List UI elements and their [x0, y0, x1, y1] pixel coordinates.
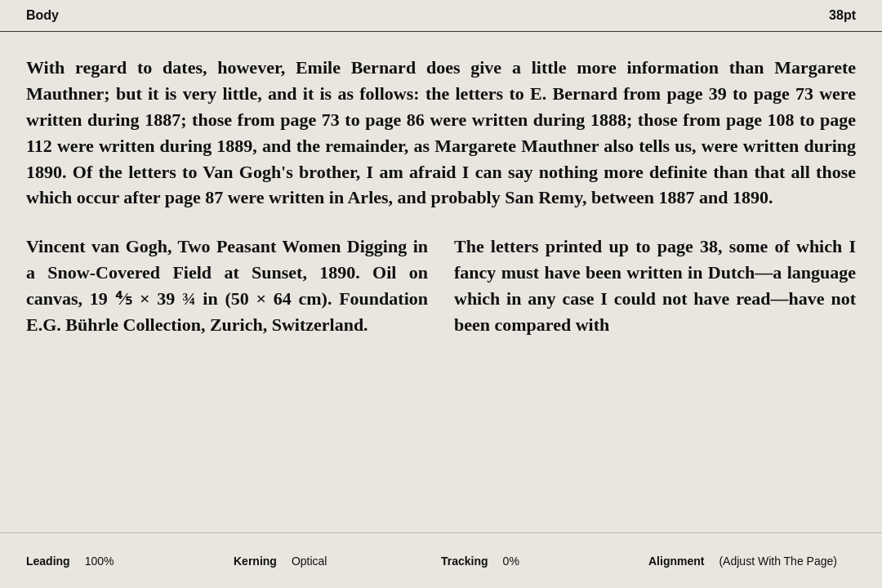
alignment-item: Alignment (Adjust With The Page)	[648, 555, 856, 568]
font-size: 38pt	[829, 8, 856, 23]
main-content: With regard to dates, however, Emile Ber…	[0, 32, 882, 354]
kerning-value: Optical	[292, 555, 327, 568]
style-label: Body	[26, 8, 59, 23]
alignment-value: (Adjust With The Page)	[719, 555, 836, 568]
kerning-label: Kerning	[234, 555, 277, 568]
leading-value: 100%	[85, 555, 114, 568]
two-column-section: Vincent van Gogh, Two Peasant Women Digg…	[26, 234, 856, 338]
footer-bar: Leading 100% Kerning Optical Tracking 0%…	[0, 532, 882, 588]
leading-label: Leading	[26, 555, 70, 568]
kerning-item: Kerning Optical	[234, 555, 441, 568]
tracking-item: Tracking 0%	[441, 555, 648, 568]
tracking-label: Tracking	[441, 555, 488, 568]
column-right: The letters printed up to page 38, some …	[454, 234, 856, 338]
main-paragraph: With regard to dates, however, Emile Ber…	[26, 55, 856, 211]
column-left: Vincent van Gogh, Two Peasant Women Digg…	[26, 234, 428, 338]
tracking-value: 0%	[503, 555, 519, 568]
alignment-label: Alignment	[648, 555, 704, 568]
header: Body 38pt	[0, 0, 882, 32]
leading-item: Leading 100%	[26, 555, 234, 568]
